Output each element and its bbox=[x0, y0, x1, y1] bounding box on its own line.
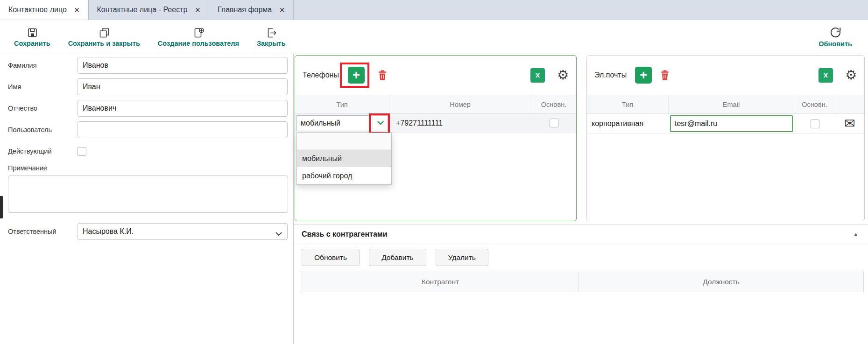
tab-label: Контактное лицо bbox=[8, 6, 67, 14]
tab-label: Главная форма bbox=[218, 6, 272, 14]
phones-panel: Телефоны + x ⚙ Тип Но bbox=[295, 55, 577, 221]
contractors-table-header: Контрагент Должность bbox=[302, 272, 864, 292]
annotation-highlight-add-phone: + bbox=[340, 63, 369, 88]
contractors-toolbar: Обновить Добавить Удалить bbox=[294, 244, 868, 269]
note-field[interactable] bbox=[8, 176, 288, 213]
delete-email-button[interactable] bbox=[660, 70, 670, 80]
emails-panel-title: Эл.почты bbox=[594, 71, 627, 79]
close-icon[interactable]: × bbox=[74, 5, 80, 14]
contractors-section: Связь с контрагентами ▲ Обновить Добавит… bbox=[294, 224, 868, 344]
emails-col-main: Основн. bbox=[794, 95, 835, 113]
close-form-button[interactable]: Закрыть bbox=[257, 27, 286, 47]
delete-phone-button[interactable] bbox=[378, 70, 387, 80]
form-row-middlename: Отчество bbox=[8, 100, 288, 117]
phone-type-cell: мобильный bbox=[295, 114, 389, 132]
add-phone-button[interactable]: + bbox=[348, 67, 365, 84]
close-form-button-label: Закрыть bbox=[257, 40, 286, 47]
tab-contacts-registry[interactable]: Контактные лица - Реестр × bbox=[89, 0, 210, 20]
refresh-button[interactable]: Обновить bbox=[819, 26, 852, 48]
chevron-down-icon[interactable] bbox=[373, 116, 388, 131]
email-main-cell bbox=[794, 119, 835, 128]
firstname-field[interactable] bbox=[78, 78, 288, 95]
email-main-checkbox[interactable] bbox=[811, 119, 819, 128]
emails-panel: Эл.почты + x ⚙ Тип Email Основн. bbox=[586, 55, 865, 221]
save-and-close-button-label: Сохранить и закрыть bbox=[68, 40, 140, 47]
responsible-label: Ответственный bbox=[8, 228, 78, 235]
active-checkbox[interactable] bbox=[78, 147, 86, 156]
active-label: Действующий bbox=[8, 147, 78, 155]
phone-type-select-value: мобильный bbox=[297, 119, 340, 127]
close-icon[interactable]: × bbox=[195, 5, 200, 14]
close-icon[interactable]: × bbox=[279, 5, 285, 14]
phones-table-header: Тип Номер Основн. bbox=[295, 95, 576, 114]
middlename-field[interactable] bbox=[78, 100, 288, 117]
contractors-add-button[interactable]: Добавить bbox=[369, 249, 426, 266]
phone-main-checkbox[interactable] bbox=[550, 119, 558, 127]
lastname-field[interactable] bbox=[78, 57, 288, 74]
emails-col-email: Email bbox=[669, 95, 794, 113]
create-user-button-label: Создание пользователя bbox=[158, 40, 239, 47]
phones-col-type: Тип bbox=[295, 95, 389, 113]
create-user-icon bbox=[193, 27, 204, 38]
email-table-row[interactable]: корпоративная ✉ bbox=[587, 114, 864, 134]
right-region: Телефоны + x ⚙ Тип Но bbox=[294, 54, 868, 344]
dropdown-option-mobile[interactable]: мобильный bbox=[297, 150, 391, 167]
user-label: Пользователь bbox=[8, 126, 78, 133]
phones-settings-gear-icon[interactable]: ⚙ bbox=[557, 69, 569, 82]
exit-door-icon bbox=[266, 27, 277, 38]
tab-bar: Контактное лицо × Контактные лица - Реес… bbox=[0, 0, 868, 20]
add-email-button[interactable]: + bbox=[635, 67, 652, 84]
email-action-cell: ✉ bbox=[835, 117, 864, 130]
emails-excel-export-button[interactable]: x bbox=[819, 68, 833, 83]
emails-settings-gear-icon[interactable]: ⚙ bbox=[845, 69, 857, 82]
tab-label: Контактные лица - Реестр bbox=[97, 6, 188, 14]
form-row-responsible: Ответственный Насырова К.И. bbox=[8, 223, 288, 240]
contractors-refresh-button[interactable]: Обновить bbox=[302, 249, 360, 266]
email-field[interactable] bbox=[670, 115, 793, 132]
email-type-cell: корпоративная bbox=[587, 119, 669, 128]
app-window: Контактное лицо × Контактные лица - Реес… bbox=[0, 0, 868, 344]
contractors-col-position: Должность bbox=[579, 272, 863, 292]
contractors-header: Связь с контрагентами ▲ bbox=[294, 224, 868, 244]
contractors-col-contractor: Контрагент bbox=[302, 272, 579, 292]
dropdown-option-work-city[interactable]: рабочий город bbox=[297, 167, 391, 184]
contractors-table-body bbox=[294, 292, 868, 344]
save-button[interactable]: Сохранить bbox=[14, 27, 50, 47]
responsible-select[interactable]: Насырова К.И. bbox=[78, 223, 288, 240]
emails-table-header: Тип Email Основн. bbox=[587, 95, 864, 114]
phones-col-number: Номер bbox=[389, 95, 531, 113]
phone-main-cell bbox=[531, 119, 576, 127]
lastname-label: Фамилия bbox=[8, 62, 78, 69]
refresh-icon bbox=[829, 26, 842, 39]
tab-main-form[interactable]: Главная форма × bbox=[209, 0, 294, 20]
phone-number-cell: +79271111111 bbox=[389, 119, 531, 127]
phone-type-select[interactable]: мобильный bbox=[296, 115, 388, 131]
panel-resize-handle[interactable] bbox=[0, 196, 3, 218]
create-user-button[interactable]: Создание пользователя bbox=[158, 27, 239, 47]
contact-form: Фамилия Имя Отчество Пользователь Действ… bbox=[0, 54, 294, 344]
contractors-delete-button[interactable]: Удалить bbox=[436, 249, 488, 266]
contractors-title: Связь с контрагентами bbox=[302, 230, 387, 239]
envelope-icon[interactable]: ✉ bbox=[844, 117, 855, 130]
tab-contact-person[interactable]: Контактное лицо × bbox=[0, 0, 89, 20]
phones-excel-export-button[interactable]: x bbox=[530, 68, 545, 83]
emails-col-actions bbox=[835, 95, 864, 113]
chevron-down-icon bbox=[275, 230, 282, 238]
collapse-arrow-icon[interactable]: ▲ bbox=[853, 232, 859, 237]
save-button-label: Сохранить bbox=[14, 40, 50, 47]
phones-panel-header: Телефоны + x ⚙ bbox=[295, 56, 576, 95]
form-row-firstname: Имя bbox=[8, 78, 288, 95]
toolbar: Сохранить Сохранить и закрыть Создание bbox=[0, 20, 868, 54]
note-label: Примечание bbox=[8, 164, 288, 172]
form-row-active: Действующий bbox=[8, 143, 288, 160]
dropdown-option-empty[interactable] bbox=[297, 133, 391, 150]
user-field[interactable] bbox=[78, 121, 288, 138]
emails-panel-header: Эл.почты + x ⚙ bbox=[587, 56, 864, 95]
email-value-cell bbox=[669, 115, 794, 132]
refresh-button-label: Обновить bbox=[819, 40, 852, 48]
form-row-lastname: Фамилия bbox=[8, 57, 288, 74]
save-and-close-button[interactable]: Сохранить и закрыть bbox=[68, 27, 140, 47]
middlename-label: Отчество bbox=[8, 105, 78, 112]
phone-table-row[interactable]: мобильный +79271111111 bbox=[295, 114, 576, 133]
phones-panel-title: Телефоны bbox=[303, 71, 339, 79]
